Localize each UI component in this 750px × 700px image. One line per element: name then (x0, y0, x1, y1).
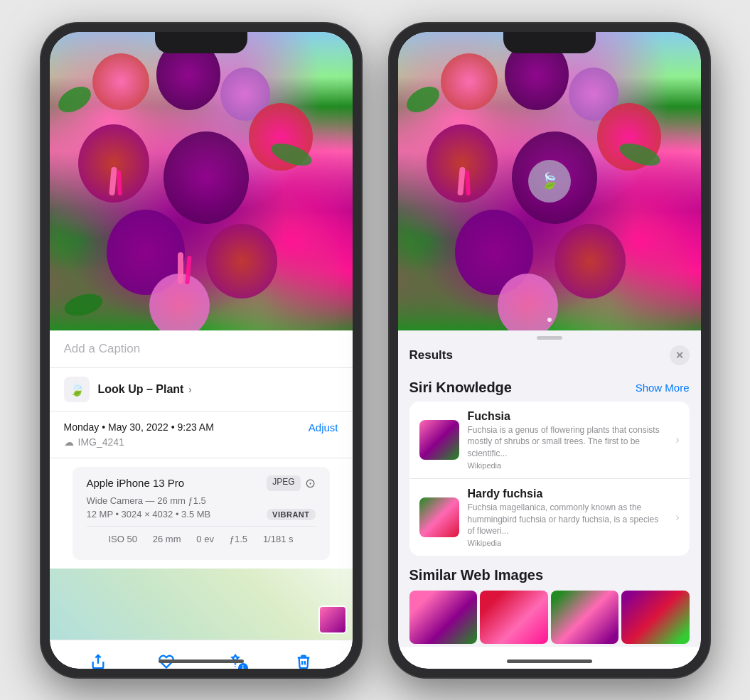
notch (155, 32, 247, 53)
adjust-button[interactable]: Adjust (309, 421, 338, 434)
home-indicator (159, 659, 244, 663)
map-area[interactable] (50, 569, 353, 640)
drag-handle (537, 336, 562, 340)
similar-img-4[interactable] (621, 591, 690, 644)
results-title: Results (409, 348, 453, 362)
fuchsia-thumb (419, 420, 459, 460)
photo-specs: 12 MP • 3024 × 4032 • 3.5 MB (87, 509, 211, 519)
info-badge: i (238, 663, 248, 669)
hardy-content: Hardy fuchsia Fuchsia magellanica, commo… (468, 488, 668, 547)
aperture-value: ƒ1.5 (230, 534, 247, 544)
caption-section[interactable]: Add a Caption (50, 330, 353, 368)
hardy-source: Wikipedia (468, 539, 668, 547)
similar-img-2[interactable] (480, 591, 548, 644)
file-info: ☁ IMG_4241 (64, 436, 338, 448)
cloud-icon: ☁ (64, 436, 74, 448)
vibrant-badge: VIBRANT (267, 509, 315, 520)
fuchsia-chevron: › (675, 434, 679, 446)
similar-title: Similar Web Images (409, 567, 690, 583)
device-wrapper: Apple iPhone 13 Pro JPEG ⊙ Wide Camera —… (50, 458, 353, 569)
toolbar: i (50, 640, 353, 669)
iso-value: ISO 50 (108, 534, 136, 544)
caption-placeholder[interactable]: Add a Caption (64, 342, 141, 355)
fuchsia-source: Wikipedia (468, 461, 668, 470)
camera-row: Wide Camera — 26 mm ƒ1.5 (87, 495, 316, 506)
exif-row: ISO 50 26 mm 0 ev ƒ1.5 1/181 s (87, 526, 316, 551)
meta-section: Monday • May 30, 2022 • 9:23 AM Adjust ☁… (50, 411, 353, 458)
similar-section: Similar Web Images (398, 561, 701, 647)
dot-indicator (547, 318, 552, 322)
fuchsia-name: Fuchsia (468, 410, 668, 423)
lookup-icon: 🍃 (64, 377, 90, 402)
siri-knowledge-title: Siri Knowledge (409, 379, 512, 396)
left-phone-screen: Add a Caption 🍃 Look Up – Plant › Monday… (50, 32, 353, 669)
right-photo[interactable]: 🍃 (398, 32, 701, 330)
device-name: Apple iPhone 13 Pro (87, 477, 185, 489)
hardy-chevron: › (675, 511, 679, 524)
hardy-desc: Fuchsia magellanica, commonly known as t… (468, 502, 668, 537)
ev-value: 0 ev (196, 534, 214, 544)
similar-images-grid (409, 591, 690, 644)
jpeg-badge: JPEG (267, 475, 300, 491)
close-button[interactable]: ✕ (670, 345, 690, 365)
lookup-row[interactable]: 🍃 Look Up – Plant › (50, 368, 353, 411)
similar-img-3[interactable] (551, 591, 619, 644)
similar-img-1[interactable] (409, 591, 478, 644)
hardy-thumb (419, 497, 459, 537)
lookup-chevron: › (188, 384, 192, 395)
shutter-value: 1/181 s (263, 534, 294, 544)
location-icon: ⊙ (305, 475, 316, 491)
info-button[interactable]: i (223, 649, 248, 669)
right-phone: 🍃 Results ✕ Siri Knowledge Show More (390, 23, 709, 677)
like-button[interactable] (154, 649, 179, 669)
fuchsia-item[interactable]: Fuchsia Fuchsia is a genus of flowering … (409, 402, 690, 479)
results-sheet: Results ✕ Siri Knowledge Show More Fuchs… (398, 330, 701, 647)
siri-knowledge-header: Siri Knowledge Show More (398, 374, 701, 402)
knowledge-card: Fuchsia Fuchsia is a genus of flowering … (409, 402, 690, 556)
filename: IMG_4241 (78, 436, 124, 448)
fuchsia-content: Fuchsia Fuchsia is a genus of flowering … (468, 410, 668, 470)
right-notch (503, 32, 596, 53)
right-home-indicator (507, 659, 592, 663)
sheet-handle (398, 330, 701, 343)
lookup-label: Look Up – Plant › (98, 383, 192, 396)
right-phone-screen: 🍃 Results ✕ Siri Knowledge Show More (398, 32, 701, 669)
share-button[interactable] (85, 649, 111, 669)
photo-display[interactable] (50, 32, 353, 330)
hardy-name: Hardy fuchsia (468, 488, 668, 500)
hardy-fuchsia-item[interactable]: Hardy fuchsia Fuchsia magellanica, commo… (409, 479, 690, 556)
results-header: Results ✕ (398, 343, 701, 374)
device-section: Apple iPhone 13 Pro JPEG ⊙ Wide Camera —… (73, 467, 330, 560)
visual-lookup-button[interactable]: 🍃 (528, 160, 571, 203)
fuchsia-desc: Fuchsia is a genus of flowering plants t… (468, 424, 668, 460)
photo-date: Monday • May 30, 2022 • 9:23 AM (64, 421, 214, 433)
left-phone: Add a Caption 🍃 Look Up – Plant › Monday… (41, 23, 361, 677)
focal-value: 26 mm (153, 534, 181, 544)
show-more-button[interactable]: Show More (636, 382, 690, 394)
trash-button[interactable] (291, 649, 316, 669)
